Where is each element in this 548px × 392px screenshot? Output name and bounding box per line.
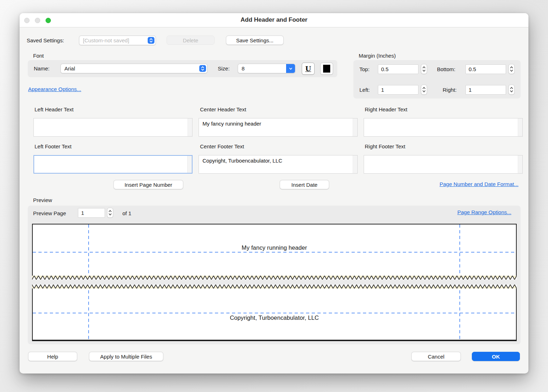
torn-edge-icon [32, 285, 517, 288]
margin-bottom-label: Bottom: [437, 66, 455, 72]
scrollbar-track [518, 155, 522, 173]
right-footer-label: Right Footer Text [365, 143, 405, 149]
right-header-label: Right Header Text [365, 106, 407, 112]
left-header-field[interactable] [33, 118, 193, 137]
center-header-field[interactable]: My fancy running header [199, 118, 358, 137]
scrollbar-track [188, 118, 192, 136]
margin-right-input[interactable] [465, 85, 506, 95]
apply-to-multiple-files-button[interactable]: Apply to Multiple Files [89, 352, 163, 361]
insert-page-number-label: Insert Page Number [125, 182, 172, 188]
help-button-label: Help [47, 354, 58, 360]
scrollbar-track [353, 155, 357, 173]
cancel-button-label: Cancel [428, 354, 444, 360]
scrollbar-track [187, 156, 192, 173]
margin-panel: Top: Bottom: Left: Right: [353, 60, 521, 99]
save-settings-button-label: Save Settings... [236, 37, 273, 43]
margin-right-stepper[interactable] [509, 85, 515, 95]
preview-page-label: Preview Page [33, 210, 66, 216]
preview-page-bottom: Copyright, Turboencabulator, LLC [32, 285, 517, 341]
right-footer-field[interactable] [364, 155, 523, 174]
add-header-footer-dialog: Add Header and Footer Saved Settings: [C… [20, 13, 528, 374]
color-swatch-icon [323, 65, 330, 73]
font-name-dropdown[interactable]: Arial [60, 64, 207, 73]
underline-button-label: U [305, 65, 311, 73]
saved-settings-value: [Custom-not saved] [83, 37, 129, 43]
top-margin-guide [33, 252, 516, 253]
torn-edge-icon [32, 276, 517, 280]
preview-page-stepper[interactable] [107, 208, 113, 218]
center-footer-label: Center Footer Text [200, 143, 244, 149]
center-footer-field[interactable]: Copyright, Turboencabulator, LLC [199, 155, 358, 174]
dialog-title: Add Header and Footer [20, 16, 528, 23]
help-button[interactable]: Help [28, 352, 77, 361]
font-name-value: Arial [64, 65, 75, 71]
margin-bottom-stepper[interactable] [509, 64, 515, 74]
margin-bottom-input[interactable] [465, 64, 506, 74]
preview-footer-text: Copyright, Turboencabulator, LLC [33, 314, 516, 321]
preview-panel: Preview Page of 1 Page Range Options... … [28, 206, 521, 344]
font-group-label: Font [33, 53, 44, 59]
insert-date-button[interactable]: Insert Date [280, 180, 329, 189]
save-settings-button[interactable]: Save Settings... [226, 36, 284, 45]
saved-settings-label: Saved Settings: [27, 37, 64, 43]
font-panel: Name: Arial Size: 8 U [28, 60, 337, 77]
font-size-label: Size: [218, 65, 230, 71]
saved-settings-dropdown[interactable]: [Custom-not saved] [79, 36, 156, 45]
center-header-label: Center Header Text [200, 106, 246, 112]
ok-button[interactable]: OK [472, 352, 520, 361]
preview-header-text: My fancy running header [33, 244, 516, 251]
left-header-textarea[interactable] [34, 118, 188, 136]
bottom-margin-guide [33, 313, 516, 313]
cancel-button[interactable]: Cancel [411, 352, 461, 361]
appearance-options-link[interactable]: Appearance Options... [28, 86, 81, 92]
left-margin-guide [88, 285, 89, 340]
left-footer-textarea[interactable] [34, 156, 187, 173]
preview-group-label: Preview [33, 197, 52, 203]
right-footer-textarea[interactable] [364, 155, 518, 173]
page-range-options-link[interactable]: Page Range Options... [457, 209, 511, 215]
margin-right-label: Right: [443, 87, 457, 93]
scrollbar-track [353, 118, 357, 136]
delete-button[interactable]: Delete [167, 36, 215, 45]
margin-group-label: Margin (Inches) [359, 53, 396, 59]
center-footer-textarea[interactable]: Copyright, Turboencabulator, LLC [199, 155, 353, 173]
preview-page-top: My fancy running header [32, 224, 517, 280]
right-margin-guide [459, 285, 460, 340]
titlebar: Add Header and Footer [20, 13, 528, 27]
margin-top-stepper[interactable] [421, 64, 427, 74]
font-size-combo[interactable]: 8 [238, 64, 295, 73]
right-header-field[interactable] [364, 118, 523, 137]
preview-of-label: of 1 [122, 210, 131, 216]
left-footer-field[interactable] [33, 155, 193, 174]
delete-button-label: Delete [183, 37, 198, 43]
font-name-label: Name: [34, 65, 49, 71]
center-header-textarea[interactable]: My fancy running header [199, 118, 353, 136]
margin-top-label: Top: [359, 66, 369, 72]
page-number-date-format-link[interactable]: Page Number and Date Format... [439, 181, 518, 187]
insert-page-number-button[interactable]: Insert Page Number [114, 180, 183, 189]
down-chevron-icon [286, 64, 295, 73]
left-footer-label: Left Footer Text [35, 143, 72, 149]
preview-page-input[interactable] [78, 208, 105, 218]
margin-left-label: Left: [359, 87, 370, 93]
margin-left-stepper[interactable] [421, 85, 427, 95]
ok-button-label: OK [492, 354, 500, 360]
apply-to-multiple-files-label: Apply to Multiple Files [100, 354, 152, 360]
updown-chevron-icon [148, 37, 154, 44]
margin-top-input[interactable] [378, 64, 418, 74]
left-header-label: Left Header Text [35, 106, 74, 112]
right-header-textarea[interactable] [364, 118, 518, 136]
font-size-value: 8 [242, 65, 244, 71]
insert-date-label: Insert Date [291, 182, 317, 188]
scrollbar-track [518, 118, 522, 136]
updown-chevron-icon [199, 65, 206, 72]
underline-button[interactable]: U [302, 63, 315, 75]
font-color-button[interactable] [320, 63, 333, 75]
margin-left-input[interactable] [378, 85, 418, 95]
